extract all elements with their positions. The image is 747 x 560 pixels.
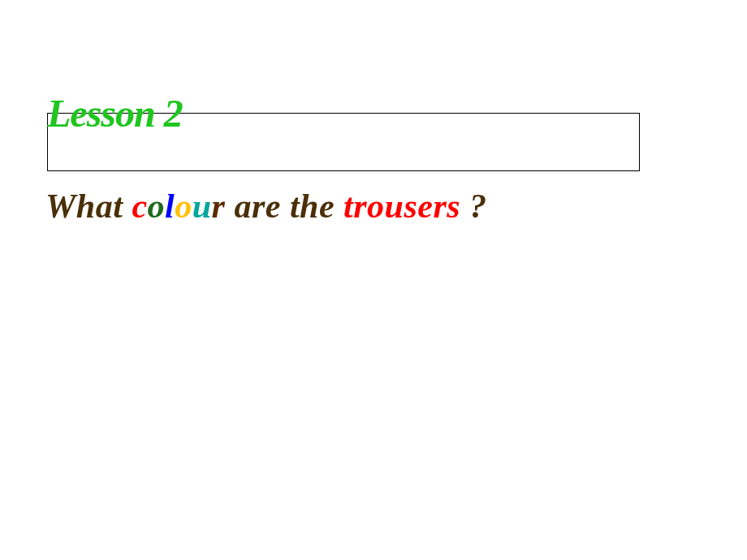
letter-r: r: [212, 187, 226, 225]
letter-o2: o: [175, 187, 192, 225]
word-are-the: are the: [225, 187, 343, 225]
lesson-title: Lesson 2: [47, 91, 183, 136]
question-line: What colour are the trousers ?: [45, 187, 487, 226]
slide-container: Lesson 2 What colour are the trousers ?: [0, 0, 747, 560]
word-qmark: ?: [460, 187, 487, 225]
letter-c: c: [132, 187, 147, 225]
word-trousers: trousers: [343, 187, 460, 225]
letter-o1: o: [148, 187, 166, 225]
letter-l: l: [165, 187, 175, 225]
letter-u: u: [192, 187, 212, 225]
word-what: What: [45, 187, 132, 225]
